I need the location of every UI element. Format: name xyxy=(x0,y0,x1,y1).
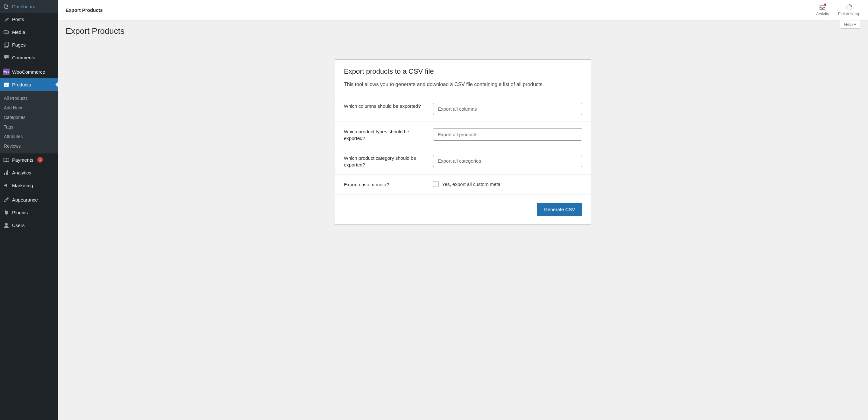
svg-point-11 xyxy=(5,223,8,225)
chevron-down-icon: ▾ xyxy=(854,22,856,27)
svg-rect-3 xyxy=(4,83,9,84)
page-heading: Export Products xyxy=(66,21,860,41)
sidebar-item-label: Users xyxy=(12,223,25,228)
content-area: Help ▾ Export Products Export products t… xyxy=(58,21,868,232)
svg-point-0 xyxy=(4,30,7,33)
submenu-all-products[interactable]: All Products xyxy=(0,93,58,103)
sidebar-item-comments[interactable]: Comments xyxy=(0,51,58,64)
card-header: Export products to a CSV file This tool … xyxy=(335,60,591,96)
progress-circle-icon xyxy=(846,4,853,11)
submenu-attributes[interactable]: Attributes xyxy=(0,132,58,141)
card-footer: Generate CSV xyxy=(335,194,591,224)
admin-sidebar: Dashboard Posts Media Pages Comments woo… xyxy=(0,0,58,420)
columns-row: Which columns should be exported? xyxy=(335,96,591,121)
sidebar-item-label: Products xyxy=(12,82,31,87)
inbox-icon xyxy=(819,4,826,11)
sidebar-item-pages[interactable]: Pages xyxy=(0,38,58,51)
topbar-actions: Activity Finish setup xyxy=(816,4,860,16)
products-submenu: All Products Add New Categories Tags Att… xyxy=(0,91,58,153)
card-title: Export products to a CSV file xyxy=(344,67,582,76)
sidebar-item-appearance[interactable]: Appearance xyxy=(0,193,58,206)
submenu-reviews[interactable]: Reviews xyxy=(0,141,58,151)
activity-label: Activity xyxy=(816,11,829,16)
sidebar-item-label: Dashboard xyxy=(12,4,35,9)
types-label: Which product types should be exported? xyxy=(344,128,433,142)
meta-checkbox[interactable] xyxy=(433,181,439,187)
sidebar-item-label: Pages xyxy=(12,42,26,48)
types-select[interactable] xyxy=(433,128,582,141)
activity-button[interactable]: Activity xyxy=(816,4,829,16)
finish-setup-button[interactable]: Finish setup xyxy=(838,4,860,16)
sidebar-item-label: Marketing xyxy=(12,183,33,188)
sidebar-item-label: Appearance xyxy=(12,197,38,202)
category-select[interactable] xyxy=(433,155,582,167)
svg-rect-10 xyxy=(7,170,8,175)
svg-text:$: $ xyxy=(6,159,7,162)
sidebar-item-label: WooCommerce xyxy=(12,69,45,75)
svg-rect-5 xyxy=(5,85,7,85)
sidebar-item-posts[interactable]: Posts xyxy=(0,13,58,26)
chart-icon xyxy=(3,169,9,176)
sidebar-item-payments[interactable]: $ Payments 1 xyxy=(0,153,58,166)
sidebar-item-label: Posts xyxy=(12,17,24,22)
sidebar-item-woocommerce[interactable]: woo WooCommerce xyxy=(0,65,58,78)
submenu-tags[interactable]: Tags xyxy=(0,122,58,132)
category-row: Which product category should be exporte… xyxy=(335,148,591,174)
meta-row: Export custom meta? Yes, export all cust… xyxy=(335,174,591,194)
meta-checkbox-wrap[interactable]: Yes, export all custom meta xyxy=(433,181,582,187)
sidebar-item-marketing[interactable]: Marketing xyxy=(0,179,58,192)
help-label: Help xyxy=(844,22,853,27)
gauge-icon xyxy=(3,3,9,9)
topbar-title: Export Products xyxy=(66,7,103,13)
category-label: Which product category should be exporte… xyxy=(344,155,433,168)
svg-rect-8 xyxy=(4,173,5,175)
main-content: Export Products Activity Finish setup He… xyxy=(58,0,868,420)
brush-icon xyxy=(3,196,9,203)
sidebar-item-dashboard[interactable]: Dashboard xyxy=(0,0,58,13)
meta-label: Export custom meta? xyxy=(344,181,433,188)
help-tab[interactable]: Help ▾ xyxy=(840,21,860,29)
generate-csv-button[interactable]: Generate CSV xyxy=(537,203,582,216)
svg-rect-9 xyxy=(6,172,7,175)
meta-checkbox-label: Yes, export all custom meta xyxy=(442,181,500,187)
pages-icon xyxy=(3,41,9,48)
columns-select[interactable] xyxy=(433,103,582,115)
topbar: Export Products Activity Finish setup xyxy=(58,0,868,21)
user-icon xyxy=(3,222,9,228)
submenu-categories[interactable]: Categories xyxy=(0,113,58,122)
types-row: Which product types should be exported? xyxy=(335,121,591,148)
sidebar-item-analytics[interactable]: Analytics xyxy=(0,166,58,179)
sidebar-item-users[interactable]: Users xyxy=(0,219,58,231)
card-icon: $ xyxy=(3,157,9,163)
sidebar-item-label: Comments xyxy=(12,55,35,60)
sidebar-item-label: Media xyxy=(12,29,25,35)
plug-icon xyxy=(3,209,9,216)
woo-icon: woo xyxy=(3,68,9,75)
archive-icon xyxy=(3,81,9,88)
sidebar-item-label: Payments xyxy=(12,157,33,163)
setup-label: Finish setup xyxy=(838,11,860,16)
card-description: This tool allows you to generate and dow… xyxy=(344,81,582,88)
media-icon xyxy=(3,29,9,35)
payments-badge: 1 xyxy=(37,157,43,163)
submenu-add-new[interactable]: Add New xyxy=(0,103,58,113)
sidebar-item-label: Analytics xyxy=(12,170,31,175)
sidebar-item-products[interactable]: Products xyxy=(0,78,58,91)
sidebar-item-label: Plugins xyxy=(12,210,28,215)
megaphone-icon xyxy=(3,182,9,189)
sidebar-item-plugins[interactable]: Plugins xyxy=(0,206,58,219)
columns-label: Which columns should be exported? xyxy=(344,103,433,109)
sidebar-item-media[interactable]: Media xyxy=(0,26,58,38)
svg-rect-2 xyxy=(5,42,8,46)
export-card: Export products to a CSV file This tool … xyxy=(335,59,591,225)
pin-icon xyxy=(3,16,9,22)
comment-icon xyxy=(3,54,9,61)
